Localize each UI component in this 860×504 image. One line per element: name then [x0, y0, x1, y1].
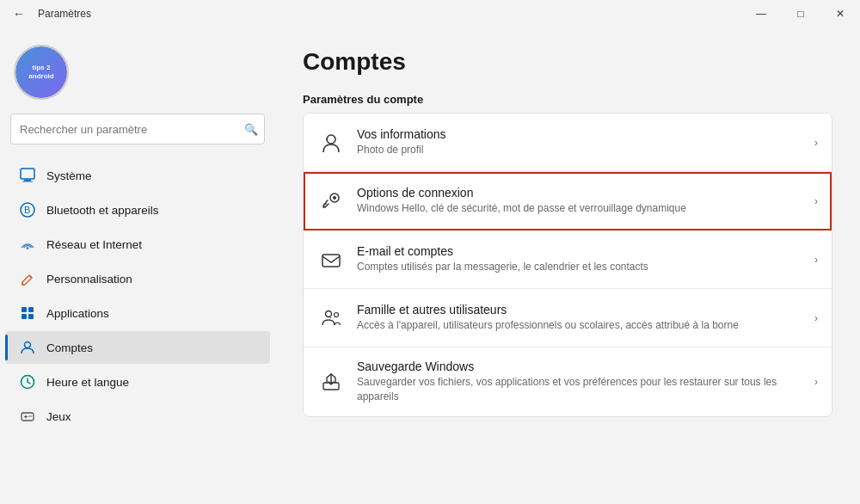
connexion-chevron: › [814, 195, 818, 207]
email-icon [317, 246, 345, 274]
sidebar-label-applications: Applications [46, 307, 109, 320]
settings-item-email[interactable]: E-mail et comptes Comptes utilisés par l… [304, 230, 832, 289]
sidebar-label-reseau: Réseau et Internet [46, 238, 142, 251]
settings-list: Vos informations Photo de profil › Optio… [303, 113, 832, 417]
famille-chevron: › [814, 312, 818, 324]
svg-point-16 [326, 138, 328, 140]
sidebar-item-bluetooth[interactable]: B Bluetooth et appareils [5, 194, 270, 226]
sidebar-label-bluetooth: Bluetooth et appareils [46, 204, 159, 217]
heure-icon [19, 373, 36, 390]
svg-point-18 [333, 196, 336, 200]
svg-rect-6 [22, 307, 27, 312]
settings-item-famille[interactable]: Famille et autres utilisateurs Accès à l… [304, 289, 832, 347]
titlebar-left: ← Paramètres [7, 2, 91, 26]
connexion-desc: Windows Hello, clé de sécurité, mot de p… [357, 201, 802, 216]
sauvegarde-text: Sauvegarde Windows Sauvegarder vos fichi… [357, 360, 802, 404]
sauvegarde-desc: Sauvegarder vos fichiers, vos applicatio… [357, 375, 802, 404]
svg-rect-7 [28, 307, 34, 312]
email-chevron: › [814, 254, 818, 266]
svg-point-13 [28, 415, 30, 417]
sidebar-item-heure[interactable]: Heure et langue [5, 366, 270, 398]
svg-rect-0 [21, 169, 34, 179]
svg-point-15 [327, 135, 335, 144]
titlebar-controls: — □ ✕ [741, 0, 860, 28]
sidebar-label-heure: Heure et langue [46, 376, 129, 389]
sidebar-item-applications[interactable]: Applications [5, 297, 270, 329]
sidebar-label-systeme: Système [46, 169, 92, 182]
svg-rect-1 [24, 180, 31, 181]
titlebar-title: Paramètres [38, 8, 91, 20]
email-desc: Comptes utilisés par la messagerie, le c… [357, 260, 802, 274]
sauvegarde-icon [317, 368, 345, 396]
famille-desc: Accès à l'appareil, utilisateurs profess… [357, 318, 802, 333]
vos-infos-icon [317, 129, 345, 157]
settings-item-vos-infos[interactable]: Vos informations Photo de profil › [304, 114, 832, 172]
svg-rect-8 [22, 314, 27, 319]
sidebar-label-comptes: Comptes [46, 341, 93, 354]
svg-point-5 [27, 247, 29, 249]
section-title: Paramètres du compte [303, 93, 832, 106]
avatar-image: tips 2 android [15, 46, 67, 98]
comptes-icon [19, 339, 36, 356]
applications-icon [19, 304, 36, 322]
search-input[interactable] [10, 114, 265, 144]
search-icon[interactable]: 🔍 [244, 123, 258, 136]
settings-item-options-connexion[interactable]: Options de connexion Windows Hello, clé … [304, 172, 832, 230]
sidebar-item-systeme[interactable]: Système [5, 159, 270, 192]
search-box: 🔍 [10, 114, 265, 144]
vos-infos-desc: Photo de profil [357, 143, 802, 157]
connexion-title: Options de connexion [357, 186, 802, 200]
sauvegarde-chevron: › [814, 376, 818, 388]
svg-point-14 [30, 415, 32, 417]
avatar: tips 2 android [14, 45, 69, 100]
svg-point-10 [25, 342, 31, 348]
famille-title: Famille et autres utilisateurs [357, 303, 802, 317]
sauvegarde-title: Sauvegarde Windows [357, 360, 802, 373]
perso-icon [19, 270, 36, 287]
email-title: E-mail et comptes [357, 244, 802, 258]
vos-infos-text: Vos informations Photo de profil [357, 127, 802, 157]
svg-text:B: B [24, 205, 30, 215]
svg-point-20 [326, 310, 332, 317]
minimize-button[interactable]: — [741, 0, 781, 28]
sidebar-item-comptes[interactable]: Comptes [5, 331, 270, 364]
vos-infos-title: Vos informations [357, 127, 802, 141]
titlebar: ← Paramètres — □ ✕ [0, 0, 860, 28]
connexion-text: Options de connexion Windows Hello, clé … [357, 186, 802, 216]
maximize-button[interactable]: □ [781, 0, 820, 28]
svg-point-21 [335, 312, 339, 317]
sidebar-item-perso[interactable]: Personnalisation [5, 262, 270, 295]
sidebar-item-reseau[interactable]: Réseau et Internet [5, 228, 270, 261]
svg-rect-19 [322, 255, 340, 267]
app-body: tips 2 android 🔍 Système B [0, 28, 860, 504]
page-title: Comptes [303, 48, 832, 76]
svg-rect-2 [22, 181, 33, 182]
vos-infos-chevron: › [814, 137, 818, 149]
svg-rect-9 [28, 314, 34, 319]
back-button[interactable]: ← [7, 2, 31, 26]
jeux-icon [19, 408, 36, 425]
close-button[interactable]: ✕ [820, 0, 860, 28]
connexion-icon [317, 187, 345, 215]
sidebar-label-jeux: Jeux [46, 410, 71, 423]
avatar-label: tips 2 android [15, 60, 67, 83]
sidebar-label-perso: Personnalisation [46, 273, 132, 286]
systeme-icon [19, 167, 36, 184]
sidebar: tips 2 android 🔍 Système B [0, 28, 275, 504]
content-area: Comptes Paramètres du compte Vos informa… [275, 28, 860, 504]
bluetooth-icon: B [19, 201, 36, 218]
famille-icon [317, 304, 345, 332]
famille-text: Famille et autres utilisateurs Accès à l… [357, 303, 802, 333]
sidebar-item-jeux[interactable]: Jeux [5, 400, 270, 433]
reseau-icon [19, 236, 36, 253]
settings-item-sauvegarde[interactable]: Sauvegarde Windows Sauvegarder vos fichi… [304, 347, 832, 416]
email-text: E-mail et comptes Comptes utilisés par l… [357, 244, 802, 274]
